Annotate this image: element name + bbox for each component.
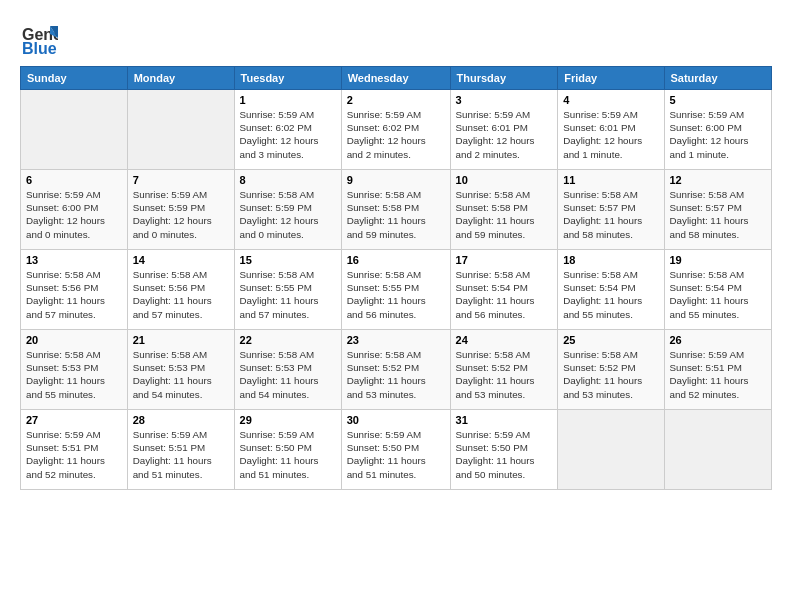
day-info: Sunrise: 5:58 AMSunset: 5:53 PMDaylight:… [26,348,122,401]
day-info: Sunrise: 5:59 AMSunset: 6:01 PMDaylight:… [563,108,658,161]
calendar-week-row: 13Sunrise: 5:58 AMSunset: 5:56 PMDayligh… [21,250,772,330]
logo: General Blue [20,18,58,56]
calendar-cell: 21Sunrise: 5:58 AMSunset: 5:53 PMDayligh… [127,330,234,410]
calendar-table: SundayMondayTuesdayWednesdayThursdayFrid… [20,66,772,490]
weekday-header-friday: Friday [558,67,664,90]
weekday-header-wednesday: Wednesday [341,67,450,90]
day-info: Sunrise: 5:59 AMSunset: 6:02 PMDaylight:… [240,108,336,161]
calendar-cell: 14Sunrise: 5:58 AMSunset: 5:56 PMDayligh… [127,250,234,330]
day-number: 14 [133,254,229,266]
day-number: 18 [563,254,658,266]
calendar-cell: 4Sunrise: 5:59 AMSunset: 6:01 PMDaylight… [558,90,664,170]
day-number: 1 [240,94,336,106]
day-info: Sunrise: 5:58 AMSunset: 5:54 PMDaylight:… [563,268,658,321]
day-number: 7 [133,174,229,186]
day-info: Sunrise: 5:59 AMSunset: 5:50 PMDaylight:… [456,428,553,481]
calendar-cell: 24Sunrise: 5:58 AMSunset: 5:52 PMDayligh… [450,330,558,410]
calendar-cell: 30Sunrise: 5:59 AMSunset: 5:50 PMDayligh… [341,410,450,490]
weekday-header-sunday: Sunday [21,67,128,90]
day-info: Sunrise: 5:58 AMSunset: 5:57 PMDaylight:… [563,188,658,241]
day-number: 6 [26,174,122,186]
day-number: 15 [240,254,336,266]
day-info: Sunrise: 5:59 AMSunset: 5:51 PMDaylight:… [133,428,229,481]
calendar-week-row: 27Sunrise: 5:59 AMSunset: 5:51 PMDayligh… [21,410,772,490]
calendar-cell: 7Sunrise: 5:59 AMSunset: 5:59 PMDaylight… [127,170,234,250]
day-number: 23 [347,334,445,346]
day-number: 24 [456,334,553,346]
day-number: 3 [456,94,553,106]
calendar-cell [664,410,772,490]
calendar-week-row: 1Sunrise: 5:59 AMSunset: 6:02 PMDaylight… [21,90,772,170]
calendar-cell [127,90,234,170]
svg-text:Blue: Blue [22,40,57,56]
day-number: 30 [347,414,445,426]
day-number: 27 [26,414,122,426]
day-info: Sunrise: 5:58 AMSunset: 5:54 PMDaylight:… [456,268,553,321]
calendar-cell: 19Sunrise: 5:58 AMSunset: 5:54 PMDayligh… [664,250,772,330]
day-number: 26 [670,334,767,346]
calendar-cell: 20Sunrise: 5:58 AMSunset: 5:53 PMDayligh… [21,330,128,410]
calendar-cell: 26Sunrise: 5:59 AMSunset: 5:51 PMDayligh… [664,330,772,410]
day-number: 13 [26,254,122,266]
day-info: Sunrise: 5:59 AMSunset: 5:59 PMDaylight:… [133,188,229,241]
calendar-cell: 25Sunrise: 5:58 AMSunset: 5:52 PMDayligh… [558,330,664,410]
day-number: 29 [240,414,336,426]
calendar-cell: 11Sunrise: 5:58 AMSunset: 5:57 PMDayligh… [558,170,664,250]
day-number: 2 [347,94,445,106]
day-number: 12 [670,174,767,186]
calendar-week-row: 20Sunrise: 5:58 AMSunset: 5:53 PMDayligh… [21,330,772,410]
day-info: Sunrise: 5:59 AMSunset: 6:02 PMDaylight:… [347,108,445,161]
calendar-cell: 18Sunrise: 5:58 AMSunset: 5:54 PMDayligh… [558,250,664,330]
calendar-cell: 13Sunrise: 5:58 AMSunset: 5:56 PMDayligh… [21,250,128,330]
day-number: 25 [563,334,658,346]
day-number: 8 [240,174,336,186]
day-number: 22 [240,334,336,346]
calendar-cell: 8Sunrise: 5:58 AMSunset: 5:59 PMDaylight… [234,170,341,250]
calendar-cell: 1Sunrise: 5:59 AMSunset: 6:02 PMDaylight… [234,90,341,170]
day-info: Sunrise: 5:59 AMSunset: 5:51 PMDaylight:… [26,428,122,481]
day-number: 16 [347,254,445,266]
day-info: Sunrise: 5:58 AMSunset: 5:59 PMDaylight:… [240,188,336,241]
day-info: Sunrise: 5:58 AMSunset: 5:55 PMDaylight:… [347,268,445,321]
calendar-cell [558,410,664,490]
calendar-week-row: 6Sunrise: 5:59 AMSunset: 6:00 PMDaylight… [21,170,772,250]
calendar-cell: 17Sunrise: 5:58 AMSunset: 5:54 PMDayligh… [450,250,558,330]
page-header: General Blue [20,18,772,56]
calendar-cell: 16Sunrise: 5:58 AMSunset: 5:55 PMDayligh… [341,250,450,330]
day-number: 21 [133,334,229,346]
day-info: Sunrise: 5:58 AMSunset: 5:53 PMDaylight:… [133,348,229,401]
day-info: Sunrise: 5:59 AMSunset: 6:00 PMDaylight:… [670,108,767,161]
weekday-header-tuesday: Tuesday [234,67,341,90]
calendar-cell: 28Sunrise: 5:59 AMSunset: 5:51 PMDayligh… [127,410,234,490]
day-number: 10 [456,174,553,186]
calendar-cell [21,90,128,170]
day-info: Sunrise: 5:58 AMSunset: 5:54 PMDaylight:… [670,268,767,321]
calendar-cell: 9Sunrise: 5:58 AMSunset: 5:58 PMDaylight… [341,170,450,250]
day-number: 11 [563,174,658,186]
day-info: Sunrise: 5:59 AMSunset: 5:50 PMDaylight:… [347,428,445,481]
calendar-cell: 22Sunrise: 5:58 AMSunset: 5:53 PMDayligh… [234,330,341,410]
logo-icon: General Blue [20,18,58,56]
calendar-cell: 10Sunrise: 5:58 AMSunset: 5:58 PMDayligh… [450,170,558,250]
day-number: 17 [456,254,553,266]
day-info: Sunrise: 5:58 AMSunset: 5:57 PMDaylight:… [670,188,767,241]
calendar-cell: 6Sunrise: 5:59 AMSunset: 6:00 PMDaylight… [21,170,128,250]
day-number: 31 [456,414,553,426]
weekday-header-saturday: Saturday [664,67,772,90]
day-number: 9 [347,174,445,186]
calendar-cell: 29Sunrise: 5:59 AMSunset: 5:50 PMDayligh… [234,410,341,490]
day-number: 28 [133,414,229,426]
day-info: Sunrise: 5:58 AMSunset: 5:56 PMDaylight:… [133,268,229,321]
day-info: Sunrise: 5:58 AMSunset: 5:53 PMDaylight:… [240,348,336,401]
day-number: 20 [26,334,122,346]
calendar-cell: 15Sunrise: 5:58 AMSunset: 5:55 PMDayligh… [234,250,341,330]
day-info: Sunrise: 5:58 AMSunset: 5:52 PMDaylight:… [563,348,658,401]
day-info: Sunrise: 5:59 AMSunset: 6:01 PMDaylight:… [456,108,553,161]
day-number: 5 [670,94,767,106]
day-info: Sunrise: 5:59 AMSunset: 5:50 PMDaylight:… [240,428,336,481]
calendar-cell: 12Sunrise: 5:58 AMSunset: 5:57 PMDayligh… [664,170,772,250]
day-info: Sunrise: 5:58 AMSunset: 5:55 PMDaylight:… [240,268,336,321]
day-info: Sunrise: 5:59 AMSunset: 5:51 PMDaylight:… [670,348,767,401]
day-number: 4 [563,94,658,106]
day-info: Sunrise: 5:58 AMSunset: 5:58 PMDaylight:… [347,188,445,241]
